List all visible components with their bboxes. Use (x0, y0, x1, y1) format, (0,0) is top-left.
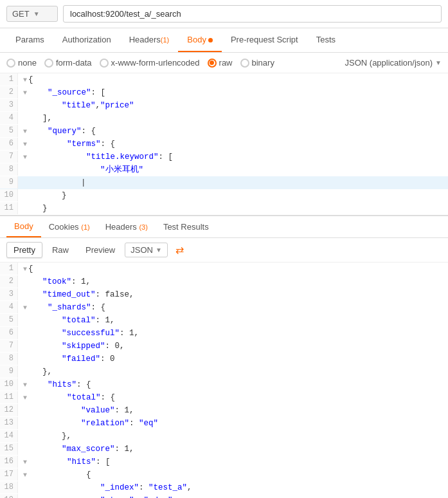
preview-button[interactable]: Preview (78, 242, 122, 258)
line-content: } (18, 189, 67, 202)
code-line: 7 "skipped": 0, (0, 340, 448, 353)
line-number: 9 (0, 365, 18, 378)
line-content: ▼ "query": { (18, 125, 96, 138)
request-code-editor[interactable]: 1▼{2▼ "_source": [3 "title","price"4 ],5… (0, 73, 448, 216)
json-type-label: JSON (application/json) (345, 58, 433, 68)
code-line: 8 "小米耳机" (0, 163, 448, 176)
fold-icon[interactable]: ▼ (23, 382, 27, 389)
radio-binary[interactable]: binary (240, 58, 274, 68)
line-number: 15 (0, 443, 18, 455)
method-select[interactable]: GET ▼ (6, 6, 58, 22)
format-icon[interactable]: ⇄ (175, 244, 184, 256)
resp-tab-cookies[interactable]: Cookies (1) (41, 217, 98, 237)
line-number: 2 (0, 86, 18, 98)
fold-icon[interactable]: ▼ (23, 472, 27, 479)
line-number: 4 (0, 301, 18, 313)
line-number: 2 (0, 275, 18, 288)
request-tab-bar: Params Authorization Headers(1) Body Pre… (0, 28, 448, 53)
fold-icon[interactable]: ▼ (23, 394, 27, 401)
fold-icon[interactable]: ▼ (23, 154, 27, 161)
code-line: 9 | (0, 176, 448, 189)
resp-tab-test-results[interactable]: Test Results (156, 217, 217, 237)
line-number: 4 (0, 112, 18, 124)
radio-raw[interactable]: raw (208, 58, 233, 68)
line-content: ▼{ (18, 73, 33, 86)
response-code-editor[interactable]: 1▼{2 "took": 1,3 "timed_out": false,4▼ "… (0, 263, 448, 498)
raw-button[interactable]: Raw (45, 242, 76, 258)
body-type-bar: none form-data x-www-form-urlencoded raw… (0, 53, 448, 73)
code-line: 16▼ "hits": [ (0, 456, 448, 468)
line-content: }, (18, 430, 71, 443)
line-number: 10 (0, 189, 18, 201)
line-number: 5 (0, 125, 18, 137)
method-arrow-icon: ▼ (33, 10, 40, 17)
fold-icon[interactable]: ▼ (23, 128, 27, 135)
line-number: 14 (0, 430, 18, 442)
radio-urlencoded-circle (100, 59, 109, 68)
tab-pre-request[interactable]: Pre-request Script (222, 28, 307, 52)
line-content: "title","price" (18, 99, 134, 112)
code-line: 12 "value": 1, (0, 404, 448, 417)
code-line: 19 "_type": "_doc", (0, 494, 448, 498)
line-content: ▼{ (18, 263, 33, 275)
code-line: 18 "_index": "test_a", (0, 481, 448, 494)
radio-urlencoded[interactable]: x-www-form-urlencoded (100, 58, 200, 68)
code-line: 2▼ "_source": [ (0, 86, 448, 99)
pretty-button[interactable]: Pretty (6, 242, 42, 258)
fold-icon[interactable]: ▼ (23, 459, 27, 466)
radio-none[interactable]: none (6, 58, 37, 68)
line-content: ▼ "_source": [ (18, 86, 105, 99)
radio-urlencoded-label: x-www-form-urlencoded (111, 58, 200, 68)
code-line: 5▼ "query": { (0, 125, 448, 138)
line-number: 6 (0, 138, 18, 150)
line-number: 8 (0, 163, 18, 176)
tab-headers[interactable]: Headers(1) (120, 28, 179, 52)
fold-icon[interactable]: ▼ (23, 89, 27, 97)
tab-body[interactable]: Body (178, 28, 222, 52)
url-bar: GET ▼ (0, 0, 448, 28)
line-content: "total": 1, (18, 314, 115, 327)
code-line: 4 ], (0, 112, 448, 125)
radio-form-data-label: form-data (56, 58, 92, 68)
fold-icon[interactable]: ▼ (23, 141, 27, 148)
code-line: 17▼ { (0, 468, 448, 481)
resp-tab-headers[interactable]: Headers (3) (98, 217, 156, 237)
radio-form-data[interactable]: form-data (44, 58, 92, 68)
line-content: ], (18, 112, 52, 125)
code-line: 4▼ "_shards": { (0, 301, 448, 314)
fold-icon[interactable]: ▼ (23, 77, 27, 84)
line-content: "took": 1, (18, 275, 91, 288)
fold-icon[interactable]: ▼ (23, 266, 27, 273)
json-dropdown[interactable]: JSON ▼ (125, 243, 168, 257)
line-content: ▼ "total": { (18, 391, 115, 404)
code-line: 11▼ "total": { (0, 391, 448, 404)
line-content: "max_score": 1, (18, 443, 134, 456)
line-number: 6 (0, 327, 18, 339)
code-line: 3 "timed_out": false, (0, 288, 448, 301)
line-number: 1 (0, 263, 18, 275)
code-line: 3 "title","price" (0, 99, 448, 112)
line-number: 7 (0, 340, 18, 352)
tab-authorization[interactable]: Authorization (53, 28, 120, 52)
line-number: 13 (0, 417, 18, 429)
code-line: 6▼ "terms": { (0, 138, 448, 151)
code-line: 5 "total": 1, (0, 314, 448, 327)
code-line: 10 } (0, 189, 448, 202)
tab-tests[interactable]: Tests (307, 28, 345, 52)
json-type-select[interactable]: JSON (application/json) ▼ (345, 58, 442, 68)
resp-tab-body[interactable]: Body (6, 216, 41, 237)
line-content: "successful": 1, (18, 327, 139, 340)
line-number: 10 (0, 378, 18, 391)
code-line: 1▼{ (0, 73, 448, 86)
line-content: ▼ "hits": [ (18, 456, 111, 468)
tab-params[interactable]: Params (6, 28, 53, 52)
json-type-arrow-icon: ▼ (435, 59, 442, 66)
fold-icon[interactable]: ▼ (23, 304, 27, 311)
url-input[interactable] (63, 5, 442, 23)
line-content: } (18, 202, 48, 215)
radio-binary-label: binary (252, 58, 274, 68)
method-label: GET (12, 9, 30, 19)
line-number: 11 (0, 391, 18, 403)
line-number: 16 (0, 456, 18, 468)
line-content: "skipped": 0, (18, 340, 125, 353)
